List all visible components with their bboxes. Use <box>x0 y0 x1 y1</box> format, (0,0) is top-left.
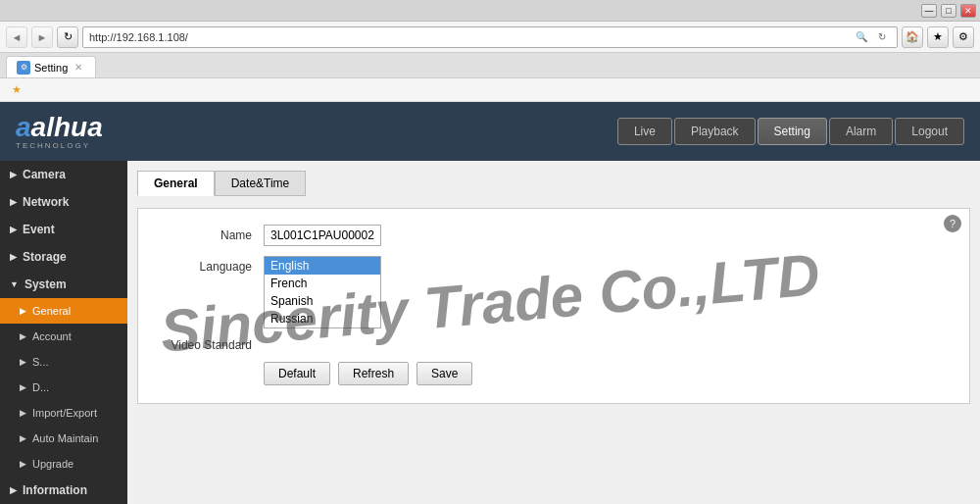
dahua-header: aalhua TECHNOLOGY Live Playback Setting … <box>0 102 980 161</box>
refresh-button[interactable]: Refresh <box>338 362 409 385</box>
sidebar-item-information[interactable]: ▶ Information <box>0 477 127 504</box>
name-label: Name <box>154 225 252 242</box>
event-arrow-icon: ▶ <box>10 225 17 234</box>
language-row: Language English French Spanish Russian <box>154 256 954 328</box>
back-button[interactable]: ◄ <box>6 26 27 48</box>
sidebar-item-import-export[interactable]: ▶ Import/Export <box>0 400 127 426</box>
address-bar[interactable]: http://192.168.1.108/ 🔍 ↻ <box>82 26 898 48</box>
sidebar-item-d[interactable]: ▶ D... <box>0 375 127 400</box>
information-arrow-icon: ▶ <box>10 485 17 495</box>
sidebar-item-s[interactable]: ▶ S... <box>0 349 127 375</box>
star-icon[interactable]: ★ <box>927 26 949 48</box>
language-option-russian[interactable]: Russian <box>265 310 380 328</box>
upgrade-arrow-icon: ▶ <box>20 459 26 469</box>
bookmark-item[interactable]: ★ <box>8 81 25 98</box>
main-content: General Date&Time ? Name Language <box>127 161 980 504</box>
dahua-logo: aalhua TECHNOLOGY <box>16 114 103 150</box>
alarm-button[interactable]: Alarm <box>829 118 893 145</box>
tab-general[interactable]: General <box>137 171 215 196</box>
general-arrow-icon: ▶ <box>20 306 26 316</box>
live-button[interactable]: Live <box>617 118 672 145</box>
camera-arrow-icon: ▶ <box>10 170 17 179</box>
storage-arrow-icon: ▶ <box>10 252 17 262</box>
language-dropdown: English French Spanish Russian <box>264 256 381 328</box>
address-text: http://192.168.1.108/ <box>89 31 853 43</box>
tab-favicon: ⚙ <box>17 61 30 75</box>
minimize-button[interactable]: — <box>921 4 937 18</box>
logout-button[interactable]: Logout <box>895 118 964 145</box>
import-export-arrow-icon: ▶ <box>20 408 26 418</box>
d-arrow-icon: ▶ <box>20 382 26 392</box>
home-icon[interactable]: 🏠 <box>902 26 923 48</box>
network-arrow-icon: ▶ <box>10 197 17 207</box>
button-row: Default Refresh Save <box>264 362 954 385</box>
content-tab-row: General Date&Time <box>137 171 970 196</box>
bookmark-star-icon: ★ <box>12 83 22 96</box>
tools-icon[interactable]: ⚙ <box>953 26 974 48</box>
language-option-spanish[interactable]: Spanish <box>265 292 380 310</box>
help-icon[interactable]: ? <box>944 215 961 232</box>
playback-button[interactable]: Playback <box>674 118 756 145</box>
name-input-container <box>264 225 381 246</box>
logo-sub-text: TECHNOLOGY <box>16 141 103 150</box>
browser-title-bar: — □ ✕ <box>0 0 980 22</box>
auto-maintain-arrow-icon: ▶ <box>20 433 26 443</box>
language-option-english[interactable]: English <box>265 257 380 275</box>
maximize-button[interactable]: □ <box>941 4 956 18</box>
browser-tab-setting[interactable]: ⚙ Setting ✕ <box>6 56 96 77</box>
bookmarks-bar: ★ <box>0 78 980 102</box>
sidebar: ▶ Camera ▶ Network ▶ Event ▶ Storage ▼ S… <box>0 161 127 504</box>
close-button[interactable]: ✕ <box>960 4 976 18</box>
forward-button[interactable]: ► <box>31 26 53 48</box>
main-nav-buttons: Live Playback Setting Alarm Logout <box>617 118 964 145</box>
sidebar-item-auto-maintain[interactable]: ▶ Auto Maintain <box>0 426 127 451</box>
sidebar-item-general[interactable]: ▶ General <box>0 298 127 324</box>
save-button[interactable]: Save <box>416 362 472 385</box>
language-option-french[interactable]: French <box>265 275 380 292</box>
name-input[interactable] <box>264 225 381 246</box>
tab-bar: ⚙ Setting ✕ <box>0 53 980 78</box>
sidebar-item-network[interactable]: ▶ Network <box>0 188 127 216</box>
browser-nav-bar: ◄ ► ↻ http://192.168.1.108/ 🔍 ↻ 🏠 ★ ⚙ <box>0 22 980 53</box>
dahua-body: ▶ Camera ▶ Network ▶ Event ▶ Storage ▼ S… <box>0 161 980 504</box>
sidebar-item-upgrade[interactable]: ▶ Upgrade <box>0 451 127 477</box>
tab-label: Setting <box>34 62 68 74</box>
refresh-button[interactable]: ↻ <box>57 26 78 48</box>
video-standard-label: Video Standard <box>154 334 252 352</box>
s-arrow-icon: ▶ <box>20 357 26 367</box>
search-icon[interactable]: 🔍 <box>853 28 870 46</box>
video-standard-row: Video Standard <box>154 334 954 352</box>
language-label: Language <box>154 256 252 274</box>
tab-datetime[interactable]: Date&Time <box>215 171 307 196</box>
system-arrow-icon: ▼ <box>10 279 19 289</box>
sidebar-item-camera[interactable]: ▶ Camera <box>0 161 127 188</box>
dahua-app: Sincerity Trade Co.,LTD aalhua TECHNOLOG… <box>0 102 980 504</box>
language-list[interactable]: English French Spanish Russian <box>264 256 381 328</box>
form-area: ? Name Language English French S <box>137 208 970 404</box>
sidebar-item-account[interactable]: ▶ Account <box>0 324 127 349</box>
sidebar-item-event[interactable]: ▶ Event <box>0 216 127 243</box>
logo-main-text: aalhua <box>16 114 103 141</box>
setting-button[interactable]: Setting <box>758 118 827 145</box>
default-button[interactable]: Default <box>264 362 330 385</box>
sidebar-item-storage[interactable]: ▶ Storage <box>0 243 127 271</box>
account-arrow-icon: ▶ <box>20 331 26 341</box>
sidebar-item-system[interactable]: ▼ System <box>0 271 127 298</box>
tab-close-button[interactable]: ✕ <box>72 61 85 75</box>
name-row: Name <box>154 225 954 246</box>
reload-icon[interactable]: ↻ <box>873 28 891 46</box>
